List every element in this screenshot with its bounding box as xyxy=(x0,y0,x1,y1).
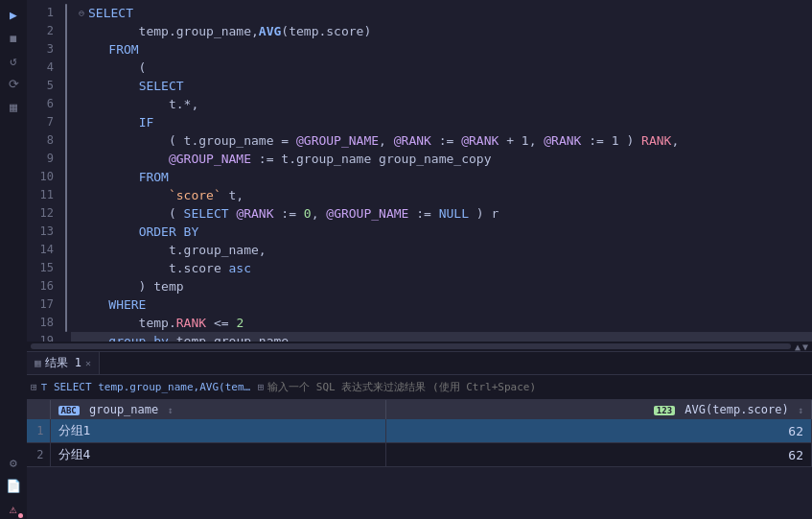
code-line-13: ORDER BY xyxy=(71,223,812,241)
code-line-17: WHERE xyxy=(71,295,812,314)
scroll-left-arrow[interactable]: ▲ xyxy=(795,342,800,352)
filter-input[interactable] xyxy=(267,381,808,393)
warning-icon[interactable]: ⚠ xyxy=(3,498,24,519)
code-line-6: t.*, xyxy=(71,95,812,113)
query-preview: ⊤ SELECT temp.group_name,AVG(temp.scor xyxy=(41,381,252,393)
table-header-row: ABC group_name ↕ 123 AVG(temp.score) ↕ xyxy=(27,400,812,419)
code-line-19: group by temp.group_name xyxy=(71,332,812,342)
123-badge: 123 xyxy=(654,406,675,415)
query-type-label: ⊤ xyxy=(41,381,48,393)
row-num-cell: 1 xyxy=(27,419,50,443)
code-line-4: ( xyxy=(71,59,812,77)
code-line-5: SELECT xyxy=(71,77,812,95)
results-toolbar: ⊞ ⊤ SELECT temp.group_name,AVG(temp.scor… xyxy=(27,375,812,400)
abc-badge: ABC xyxy=(58,406,80,415)
code-line-7: IF xyxy=(71,113,812,131)
run-icon[interactable]: ▶ xyxy=(3,4,24,25)
editor-area: 1 2 3 4 5 6 7 8 9 10 11 12 13 14 15 16 1… xyxy=(27,0,812,351)
file-icon[interactable]: 📄 xyxy=(3,475,24,496)
code-container: 1 2 3 4 5 6 7 8 9 10 11 12 13 14 15 16 1… xyxy=(27,0,812,342)
row-num-header xyxy=(27,400,50,419)
table-icon[interactable]: ▦ xyxy=(3,96,24,117)
tab-close-button[interactable]: ✕ xyxy=(85,358,91,368)
refresh-icon[interactable]: ↺ xyxy=(3,50,24,71)
code-scroll[interactable]: ⊖SELECT temp.group_name,AVG(temp.score) … xyxy=(71,0,812,342)
group-name-cell: 分组4 xyxy=(50,443,386,467)
code-line-16: ) temp xyxy=(71,277,812,295)
code-line-3: FROM xyxy=(71,40,812,59)
table-row[interactable]: 1分组162 xyxy=(27,419,812,443)
results-tab-1[interactable]: ▦ 结果 1 ✕ xyxy=(27,352,100,374)
code-line-11: `score` t, xyxy=(71,186,812,204)
code-line-9: @GROUP_NAME := t.group_name group_name_c… xyxy=(71,150,812,168)
sort-icon-1[interactable]: ↕ xyxy=(798,405,803,415)
scroll-track[interactable] xyxy=(31,343,791,349)
group-name-cell: 分组1 xyxy=(50,419,386,443)
grid-icon[interactable]: ⊞ xyxy=(31,381,37,393)
filter-icon: ⊞ xyxy=(258,381,265,393)
results-tabs: ▦ 结果 1 ✕ xyxy=(27,352,812,375)
horizontal-scrollbar[interactable]: ▲ ▼ xyxy=(27,342,812,351)
table-row[interactable]: 2分组462 xyxy=(27,443,812,467)
col-header-avg: 123 AVG(temp.score) ↕ xyxy=(386,400,812,419)
gear-icon[interactable]: ⚙ xyxy=(3,452,24,473)
main-content: 1 2 3 4 5 6 7 8 9 10 11 12 13 14 15 16 1… xyxy=(27,0,812,519)
scroll-arrows: ▲ ▼ xyxy=(795,342,808,352)
code-line-1: ⊖SELECT xyxy=(71,4,812,22)
results-table-container[interactable]: ABC group_name ↕ 123 AVG(temp.score) ↕ xyxy=(27,400,812,519)
scroll-right-arrow[interactable]: ▼ xyxy=(802,342,808,352)
sidebar: ▶ ◼ ↺ ⟳ ▦ ⚙ 📄 ⚠ xyxy=(0,0,27,519)
table-small-icon: ▦ xyxy=(35,357,41,369)
code-line-14: t.group_name, xyxy=(71,241,812,259)
code-line-12: ( SELECT @RANK := 0, @GROUP_NAME := NULL… xyxy=(71,204,812,223)
results-tab-label: 结果 1 xyxy=(45,355,81,371)
results-table: ABC group_name ↕ 123 AVG(temp.score) ↕ xyxy=(27,400,812,467)
history-icon[interactable]: ⟳ xyxy=(3,73,24,94)
avg-score-cell: 62 xyxy=(386,419,812,443)
code-line-8: ( t.group_name = @GROUP_NAME, @RANK := @… xyxy=(71,131,812,150)
results-panel: ▦ 结果 1 ✕ ⊞ ⊤ SELECT temp.group_name,AVG(… xyxy=(27,351,812,519)
row-num-cell: 2 xyxy=(27,443,50,467)
sort-icon-0[interactable]: ↕ xyxy=(167,405,173,415)
stop-icon[interactable]: ◼ xyxy=(3,27,24,48)
line-numbers: 1 2 3 4 5 6 7 8 9 10 11 12 13 14 15 16 1… xyxy=(27,0,61,342)
code-line-18: temp.RANK <= 2 xyxy=(71,314,812,332)
col-header-group_name: ABC group_name ↕ xyxy=(50,400,386,419)
code-line-15: t.score asc xyxy=(71,259,812,277)
code-line-10: FROM xyxy=(71,168,812,186)
code-line-2: temp.group_name,AVG(temp.score) xyxy=(71,22,812,40)
avg-score-cell: 62 xyxy=(386,443,812,467)
